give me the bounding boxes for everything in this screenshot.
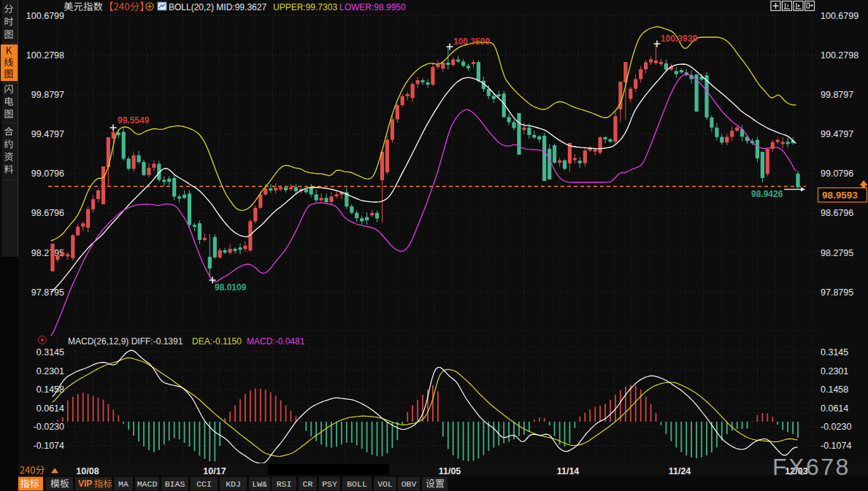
svg-text:98.0109: 98.0109 [215,282,247,293]
svg-text:10/08: 10/08 [76,466,99,476]
svg-text:99.8797: 99.8797 [31,90,64,100]
svg-text:11/24: 11/24 [669,466,691,476]
svg-text:0.2301: 0.2301 [37,366,64,376]
svg-text:98.6796: 98.6796 [31,208,64,218]
svg-text:MACD: MACD [137,479,158,489]
svg-text:VOL: VOL [377,479,393,489]
svg-text:DEA:-0.1150: DEA:-0.1150 [192,336,242,347]
svg-text:LOWER:98.9950: LOWER:98.9950 [339,2,406,12]
svg-text:0.1458: 0.1458 [821,384,848,395]
svg-text:0.3145: 0.3145 [821,347,848,357]
svg-text:MA: MA [118,479,128,489]
svg-text:11/14: 11/14 [557,466,580,476]
svg-text:CCI: CCI [196,479,212,489]
svg-text:KDJ: KDJ [226,479,241,489]
svg-text:98.6796: 98.6796 [821,208,853,218]
svg-text:0.0614: 0.0614 [37,403,64,414]
svg-text:FX678: FX678 [772,454,850,480]
svg-text:OBV: OBV [402,479,417,489]
svg-text:100.2798: 100.2798 [821,50,859,61]
svg-text:99.0796: 99.0796 [821,169,853,179]
svg-text:0.3145: 0.3145 [37,347,64,357]
svg-text:99.4797: 99.4797 [821,129,853,139]
svg-text:PSY: PSY [322,479,337,489]
svg-text:98.2795: 98.2795 [821,248,853,258]
svg-text:100.6799: 100.6799 [821,11,859,21]
svg-text:10/17: 10/17 [203,466,226,476]
svg-text:BOLL: BOLL [347,479,367,489]
svg-text:100.6799: 100.6799 [26,11,64,21]
svg-text:100.3599: 100.3599 [453,36,490,47]
svg-text:97.8795: 97.8795 [821,287,853,298]
svg-text:-0.0230: -0.0230 [821,422,851,432]
svg-text:MACD(26,12,9) DIFF:-0.1391: MACD(26,12,9) DIFF:-0.1391 [68,336,183,347]
svg-text:99.4797: 99.4797 [31,129,64,139]
svg-text:-0.1074: -0.1074 [821,441,851,451]
svg-text:BOLL(20,2) MID:99.3627: BOLL(20,2) MID:99.3627 [169,2,266,12]
svg-text:MACD:-0.0481: MACD:-0.0481 [247,336,305,347]
svg-text:97.8795: 97.8795 [31,287,64,298]
svg-text:11/05: 11/05 [439,466,461,476]
svg-text:98.9426: 98.9426 [751,189,783,199]
svg-text:-0.1074: -0.1074 [34,441,64,451]
svg-text:100.3939: 100.3939 [661,34,697,44]
svg-text:0.0614: 0.0614 [821,403,848,414]
svg-text:99.0796: 99.0796 [31,169,64,179]
svg-text:LW&: LW& [252,479,267,489]
svg-text:-0.0230: -0.0230 [34,422,64,432]
svg-text:98.9593: 98.9593 [822,190,858,201]
svg-text:VIP: VIP [78,479,92,489]
svg-text:UPPER:99.7303: UPPER:99.7303 [273,2,337,12]
svg-text:CR: CR [303,479,313,489]
svg-text:BIAS: BIAS [165,479,185,489]
svg-text:99.5549: 99.5549 [118,115,150,125]
svg-text:0.2301: 0.2301 [821,366,848,376]
svg-text:99.8797: 99.8797 [821,90,853,100]
svg-text:RSI: RSI [277,479,292,489]
svg-text:100.2798: 100.2798 [26,50,64,61]
